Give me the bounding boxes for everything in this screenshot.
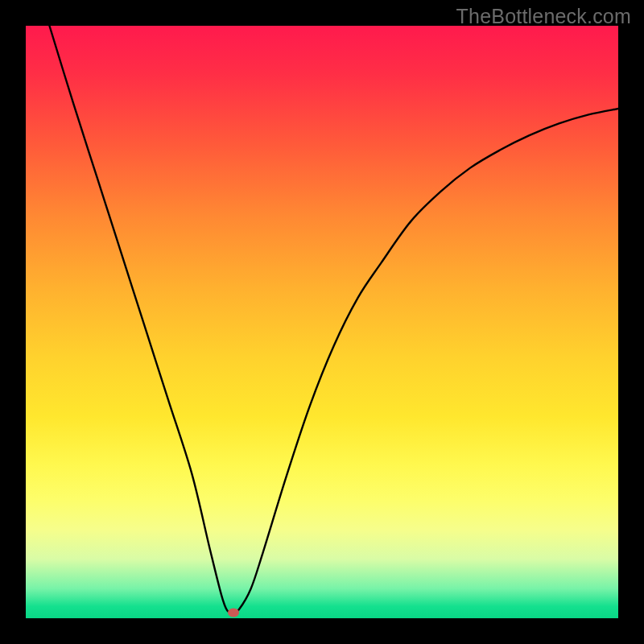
bottleneck-curve	[26, 26, 618, 618]
chart-frame: TheBottleneck.com	[0, 0, 644, 644]
plot-area	[26, 26, 618, 618]
watermark-text: TheBottleneck.com	[456, 5, 631, 28]
minimum-marker	[228, 608, 239, 617]
